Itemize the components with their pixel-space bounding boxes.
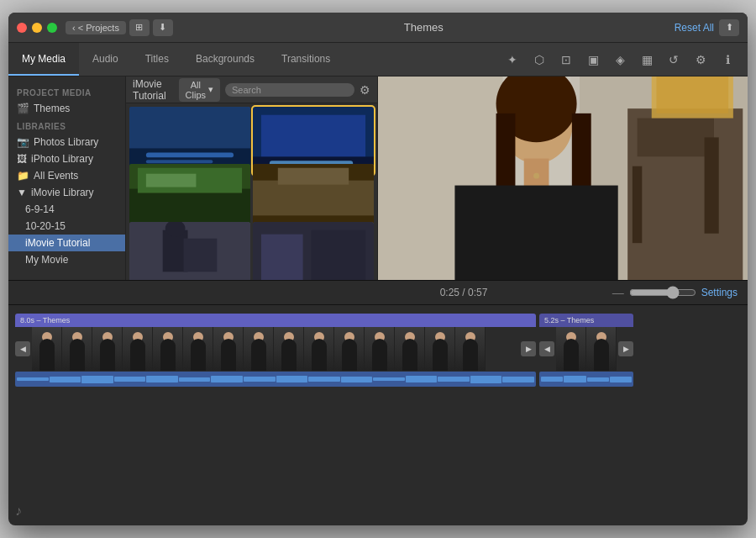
import-button[interactable]: ⬇: [153, 19, 173, 36]
titlebar: ‹ < Projects ⊞ ⬇ Themes Reset All ⬆: [8, 13, 748, 43]
frame-6: [183, 327, 213, 371]
frame-12: [365, 327, 395, 371]
settings-icon-button[interactable]: ⚙: [690, 50, 711, 70]
right-clip-body: ◀ ▶: [539, 327, 633, 371]
toggle-sidebar-button[interactable]: ⊞: [129, 19, 150, 36]
frame-4: [123, 327, 153, 371]
slider-min-icon: ―: [612, 286, 624, 299]
media-settings-icon[interactable]: ⚙: [360, 83, 370, 97]
frame-7: [213, 327, 244, 371]
sidebar-item-photos-library[interactable]: 📷 Photos Library: [8, 134, 125, 150]
wave-bar: [541, 377, 563, 382]
svg-rect-30: [705, 137, 719, 233]
svg-rect-39: [656, 76, 728, 113]
wave-bar: [610, 377, 632, 382]
minimize-button[interactable]: [32, 23, 42, 33]
timeline-time-display: 0:25 / 0:57: [315, 287, 612, 298]
tab-my-media[interactable]: My Media: [8, 43, 79, 76]
maximize-button[interactable]: [47, 23, 57, 33]
svg-rect-13: [253, 181, 374, 216]
tab-backgrounds[interactable]: Backgrounds: [182, 43, 268, 76]
timeline-clip-right: 5.2s – Themes ◀ ▶: [539, 314, 633, 387]
frame-13: [395, 327, 425, 371]
traffic-lights: [17, 23, 57, 33]
dropdown-icon: ▾: [208, 84, 213, 95]
frame-r1: [556, 327, 586, 371]
frame-r2: [586, 327, 617, 371]
preview-video: [378, 76, 748, 280]
timeline-clips: 8.0s – Themes ◀ // Will be rendered via …: [15, 314, 741, 517]
sidebar-item-my-movie[interactable]: My Movie: [8, 251, 125, 268]
wave-bar: [114, 377, 146, 382]
sidebar-item-imovie-library[interactable]: ▼ iMovie Library: [8, 184, 125, 201]
info-icon-button[interactable]: ℹ: [717, 50, 738, 70]
search-input[interactable]: [225, 83, 354, 97]
crop-icon-button[interactable]: ⊡: [556, 50, 576, 70]
iphoto-icon: 🖼: [17, 153, 27, 165]
projects-button[interactable]: ‹ < Projects: [66, 21, 126, 34]
wave-bar: [244, 377, 276, 382]
wave-bar: [341, 377, 373, 382]
media-title-area: iMovie Tutorial: [133, 78, 174, 102]
tab-titles[interactable]: Titles: [132, 43, 182, 76]
svg-rect-28: [638, 119, 714, 157]
sidebar-item-imovie-tutorial[interactable]: iMovie Tutorial: [8, 235, 125, 251]
media-thumbnail-6[interactable]: [253, 222, 374, 280]
wave-bar: [373, 377, 405, 382]
main-window: ‹ < Projects ⊞ ⬇ Themes Reset All ⬆ My M…: [8, 13, 748, 525]
right-clip-next-button[interactable]: ▶: [618, 341, 633, 356]
sidebar-item-themes[interactable]: 🎬 Themes: [8, 100, 125, 117]
sidebar-item-6-9-14[interactable]: 6-9-14: [8, 201, 125, 218]
wave-bar: [308, 377, 340, 382]
all-clips-filter[interactable]: All Clips ▾: [179, 78, 220, 102]
wave-bar: [564, 376, 585, 382]
camera-icon-button[interactable]: ▣: [583, 50, 603, 70]
frame-1: [32, 327, 62, 371]
project-media-label: PROJECT MEDIA: [8, 83, 125, 100]
timeline-track-area[interactable]: 8.0s – Themes ◀ // Will be rendered via …: [8, 305, 748, 525]
window-title: Themes: [173, 21, 675, 34]
imovie-tutorial-label: iMovie Tutorial: [133, 78, 174, 102]
libraries-label: LIBRARIES: [8, 117, 125, 134]
sidebar: PROJECT MEDIA 🎬 Themes LIBRARIES 📷 Photo…: [8, 76, 126, 280]
wave-bar: [587, 377, 609, 382]
frame-2: [62, 327, 92, 371]
back-icon: ‹: [72, 23, 76, 33]
svg-rect-36: [454, 186, 617, 280]
preview-area: [378, 76, 748, 280]
sidebar-item-10-20-15[interactable]: 10-20-15: [8, 218, 125, 235]
wave-bar: [438, 377, 470, 382]
media-browser: iMovie Tutorial All Clips ▾ ⚙: [126, 76, 378, 280]
wand-icon-button[interactable]: ✦: [502, 50, 522, 70]
media-thumbnail-5[interactable]: [129, 222, 250, 280]
settings-text-button[interactable]: Settings: [701, 287, 738, 298]
reset-all-button[interactable]: Reset All: [675, 22, 714, 34]
svg-rect-3: [146, 160, 213, 163]
undo-icon-button[interactable]: ↺: [664, 50, 684, 70]
close-button[interactable]: [17, 23, 27, 33]
svg-rect-21: [312, 229, 366, 280]
audio-waveform: [17, 375, 534, 383]
frame-14: [425, 327, 455, 371]
clip-prev-button[interactable]: ◀: [15, 341, 30, 356]
main-clip-label: 8.0s – Themes: [15, 314, 536, 327]
wave-bar: [17, 377, 49, 381]
film-icon-button[interactable]: ⬡: [529, 50, 549, 70]
clip-next-button[interactable]: ▶: [521, 341, 536, 356]
main-clip-body: ◀ // Will be rendered via template loop …: [15, 327, 536, 371]
sidebar-item-all-events[interactable]: 📁 All Events: [8, 167, 125, 184]
zoom-slider[interactable]: [629, 286, 696, 299]
tab-audio[interactable]: Audio: [79, 43, 132, 76]
chart-icon-button[interactable]: ▦: [637, 50, 657, 70]
tab-transitions[interactable]: Transitions: [268, 43, 344, 76]
share-button[interactable]: ⬆: [719, 19, 739, 36]
svg-rect-20: [261, 234, 303, 280]
frame-3: [92, 327, 123, 371]
main-content: PROJECT MEDIA 🎬 Themes LIBRARIES 📷 Photo…: [8, 76, 748, 280]
speaker-icon-button[interactable]: ◈: [610, 50, 630, 70]
sidebar-item-iphoto-library[interactable]: 🖼 iPhoto Library: [8, 150, 125, 167]
film-icon: 🎬: [17, 103, 29, 114]
svg-point-37: [533, 173, 539, 179]
wave-bar: [81, 376, 113, 383]
right-clip-prev-button[interactable]: ◀: [539, 341, 554, 356]
